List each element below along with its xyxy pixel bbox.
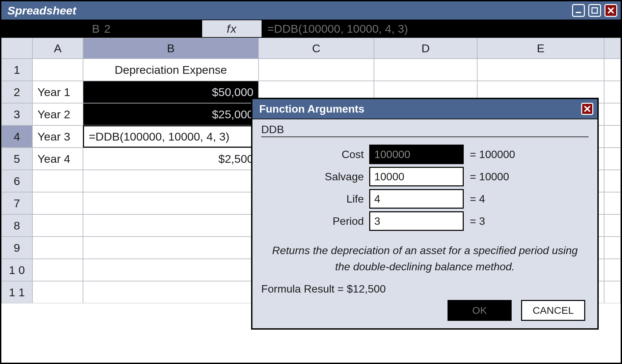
formula-result-value: $12,500 (347, 283, 386, 295)
cell[interactable] (32, 214, 83, 237)
cell[interactable]: Depreciation Expense (83, 59, 259, 81)
argument-label: Salvage (261, 171, 369, 183)
cell[interactable] (83, 170, 259, 192)
cell[interactable]: Year 4 (32, 148, 83, 170)
cell[interactable] (604, 214, 621, 237)
argument-input[interactable]: 4 (369, 189, 464, 209)
minimize-button[interactable] (572, 4, 585, 17)
formula-result-label: Formula Result = (261, 283, 347, 295)
close-icon (607, 7, 615, 14)
function-arguments-dialog: Function Arguments DDB Cost100000= 10000… (251, 98, 599, 330)
row-header[interactable]: 2 (1, 81, 32, 103)
dialog-close-button[interactable] (581, 103, 593, 115)
cell[interactable] (374, 59, 477, 81)
argument-result: = 100000 (464, 148, 515, 161)
formula-input[interactable]: =DDB(100000, 10000, 4, 3) (262, 20, 621, 37)
dialog-body: DDB Cost100000= 100000Salvage10000= 1000… (252, 119, 597, 328)
argument-result: = 3 (464, 215, 485, 228)
app-window: Spreadsheet B 2 fx =DDB(100000, 10000, 4… (0, 0, 622, 364)
dialog-titlebar[interactable]: Function Arguments (252, 99, 597, 119)
cell[interactable] (83, 214, 259, 237)
argument-row: Cost100000= 100000 (261, 143, 589, 165)
argument-input[interactable]: 100000 (369, 145, 464, 164)
column-header-E[interactable]: E (477, 38, 604, 59)
row-header[interactable]: 5 (1, 148, 32, 170)
argument-input[interactable]: 10000 (369, 167, 464, 186)
cell[interactable] (604, 148, 621, 170)
cell[interactable]: Year 3 (32, 125, 83, 148)
formula-bar: B 2 fx =DDB(100000, 10000, 4, 3) (1, 20, 621, 38)
row-header[interactable]: 9 (1, 237, 32, 259)
spreadsheet-grid: A B C D E 1Depreciation Expense2Year 1$5… (1, 38, 621, 303)
maximize-icon (591, 7, 598, 14)
cell[interactable]: $2,500 (83, 148, 259, 170)
titlebar: Spreadsheet (1, 1, 621, 20)
cell[interactable] (604, 81, 621, 103)
svg-rect-0 (576, 12, 581, 13)
name-box[interactable]: B 2 (1, 20, 202, 37)
row-header[interactable]: 1 1 (1, 281, 32, 303)
cancel-button[interactable]: CANCEL (521, 300, 585, 321)
close-icon (584, 105, 591, 112)
column-header-D[interactable]: D (374, 38, 477, 59)
fx-button[interactable]: fx (202, 20, 262, 37)
cell[interactable] (259, 59, 374, 81)
row-header[interactable]: 3 (1, 103, 32, 125)
ok-button[interactable]: OK (448, 300, 512, 321)
cell[interactable] (604, 170, 621, 192)
row-header[interactable]: 6 (1, 170, 32, 192)
dialog-title: Function Arguments (259, 103, 364, 115)
cell[interactable] (604, 125, 621, 148)
cell[interactable]: Year 2 (32, 103, 83, 125)
cell[interactable] (477, 59, 604, 81)
argument-label: Life (261, 193, 369, 205)
cell[interactable] (604, 59, 621, 81)
column-header-extra[interactable] (604, 38, 621, 59)
row-header[interactable]: 1 0 (1, 259, 32, 281)
cell[interactable] (604, 103, 621, 125)
cell[interactable] (83, 192, 259, 214)
cell[interactable] (604, 281, 621, 303)
cell[interactable] (32, 170, 83, 192)
cell[interactable] (32, 192, 83, 214)
cell[interactable] (32, 281, 83, 303)
active-cell[interactable]: =DDB(100000, 10000, 4, 3) (83, 125, 259, 148)
argument-result: = 10000 (464, 171, 509, 183)
column-header-B[interactable]: B (83, 38, 259, 59)
close-button[interactable] (604, 4, 617, 17)
cell[interactable] (604, 259, 621, 281)
maximize-button[interactable] (588, 4, 601, 17)
window-title: Spreadsheet (7, 4, 76, 17)
column-header-row: A B C D E (1, 38, 621, 59)
cell[interactable] (32, 59, 83, 81)
argument-result: = 4 (464, 193, 485, 205)
grid-row: 1Depreciation Expense (1, 59, 621, 81)
argument-row: Period3= 3 (261, 210, 589, 232)
cell[interactable]: Year 1 (32, 81, 83, 103)
cell[interactable] (604, 192, 621, 214)
dialog-description: Returns the depreciation of an asset for… (265, 242, 585, 275)
argument-row: Life4= 4 (261, 188, 589, 210)
window-controls (572, 4, 617, 17)
column-header-C[interactable]: C (259, 38, 374, 59)
dialog-formula-result: Formula Result = $12,500 (261, 283, 589, 295)
cell[interactable] (604, 237, 621, 259)
row-header[interactable]: 7 (1, 192, 32, 214)
column-header-A[interactable]: A (32, 38, 83, 59)
cell[interactable] (83, 281, 259, 303)
cell[interactable] (83, 237, 259, 259)
minimize-icon (575, 7, 582, 14)
svg-rect-1 (592, 8, 597, 13)
dialog-buttons: OK CANCEL (261, 300, 589, 321)
cell[interactable]: $25,000 (83, 103, 259, 125)
row-header[interactable]: 1 (1, 59, 32, 81)
cell[interactable]: $50,000 (83, 81, 259, 103)
cell[interactable] (32, 259, 83, 281)
cell[interactable] (32, 237, 83, 259)
select-all-corner[interactable] (1, 38, 32, 59)
argument-row: Salvage10000= 10000 (261, 165, 589, 188)
row-header[interactable]: 4 (1, 125, 32, 148)
row-header[interactable]: 8 (1, 214, 32, 237)
argument-input[interactable]: 3 (369, 211, 464, 231)
cell[interactable] (83, 259, 259, 281)
